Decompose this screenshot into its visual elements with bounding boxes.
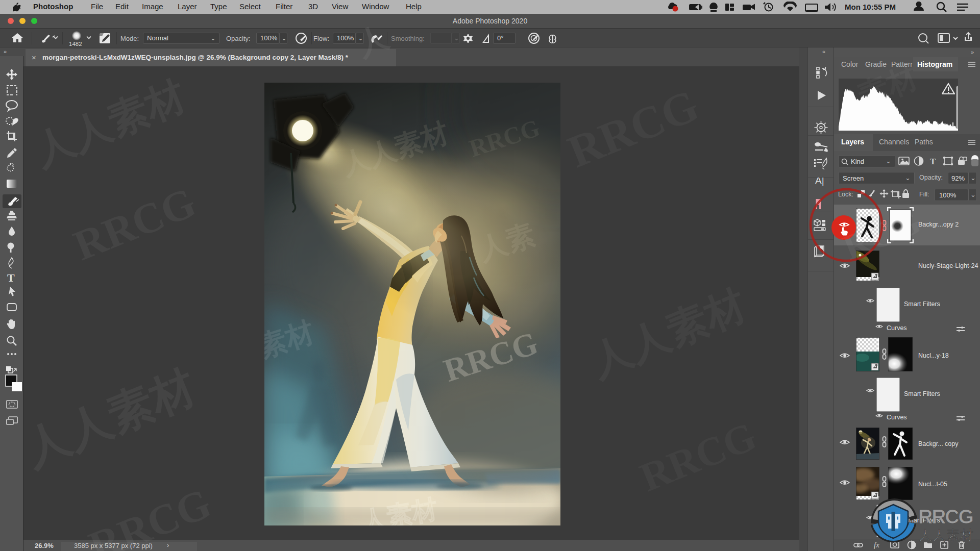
svg-text:T: T bbox=[930, 157, 936, 166]
svg-text:RRCG: RRCG bbox=[918, 506, 973, 528]
svg-text:Mon 10:55 PM: Mon 10:55 PM bbox=[845, 3, 896, 11]
svg-text:T: T bbox=[7, 271, 15, 284]
svg-text:人人素材: 人人素材 bbox=[918, 528, 974, 543]
